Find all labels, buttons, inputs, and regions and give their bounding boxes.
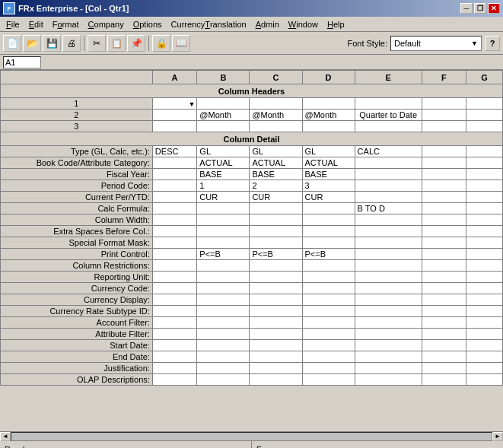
copy-button[interactable]: 📋 [107,35,126,52]
menu-currency-translation[interactable]: Currency Translation [167,17,251,31]
cell-jus-g[interactable] [466,363,503,374]
cell-cp-e[interactable] [355,192,422,203]
cell-cd-e[interactable] [355,294,422,306]
cell-sf-f[interactable] [422,237,466,249]
help-button[interactable]: ? [485,36,500,51]
horizontal-scrollbar[interactable]: ◄ ► [0,431,503,440]
cell-cf-g[interactable] [466,203,503,214]
cell-af-f[interactable] [422,317,466,329]
cell-cp-f[interactable] [422,192,466,203]
cell-cp-a[interactable] [152,192,196,203]
cell-cw-c[interactable] [250,214,302,226]
cell-ed-b[interactable] [197,351,250,363]
cell-olap-d[interactable] [302,374,355,386]
cell-cd-g[interactable] [466,294,503,306]
cell-fy-e[interactable] [355,169,422,180]
cell-a3[interactable] [152,121,196,132]
cell-af-g[interactable] [466,317,503,329]
cell-type-b[interactable]: GL [197,146,250,157]
cell-af-d[interactable] [302,317,355,329]
cell-sf-a[interactable] [152,237,196,249]
cell-cc-a[interactable] [152,283,196,294]
cell-prc-e[interactable] [355,249,422,260]
cell-sd-b[interactable] [197,340,250,351]
cell-type-c[interactable]: GL [250,146,302,157]
cell-reference-input[interactable] [3,56,41,68]
cell-cc-g[interactable] [466,283,503,294]
cell-olap-g[interactable] [466,374,503,386]
cell-prc-d[interactable]: P<=B [302,249,355,260]
cell-es-f[interactable] [422,226,466,237]
menu-options[interactable]: Options [129,17,167,31]
cell-c2[interactable]: @Month [250,110,302,121]
paste-button[interactable]: 📌 [127,35,145,52]
cell-es-a[interactable] [152,226,196,237]
new-button[interactable]: 📄 [3,35,21,52]
cell-cp-b[interactable]: CUR [197,192,250,203]
cell-olap-e[interactable] [355,374,422,386]
cell-type-f[interactable] [422,146,466,157]
cell-pc-f[interactable] [422,180,466,192]
cell-olap-f[interactable] [422,374,466,386]
cell-ru-f[interactable] [422,272,466,283]
cell-cd-a[interactable] [152,294,196,306]
cell-b2[interactable]: @Month [197,110,250,121]
cell-a1[interactable]: ▼ [152,98,196,110]
cell-pc-e[interactable] [355,180,422,192]
menu-company[interactable]: Company [84,17,129,31]
cell-sd-c[interactable] [250,340,302,351]
cell-af-a[interactable] [152,317,196,329]
cell-cf-c[interactable] [250,203,302,214]
cell-af-e[interactable] [355,317,422,329]
cell-ru-b[interactable] [197,272,250,283]
cell-fy-g[interactable] [466,169,503,180]
cell-cr-e[interactable] [355,260,422,272]
cut-button[interactable]: ✂ [88,35,106,52]
cell-fy-c[interactable]: BASE [250,169,302,180]
cell-cr-f[interactable] [422,260,466,272]
cell-b1[interactable] [197,98,250,110]
close-button[interactable]: ✕ [488,3,500,14]
scroll-track[interactable] [11,432,492,441]
cell-crs-e[interactable] [355,306,422,317]
cell-cc-b[interactable] [197,283,250,294]
cell-prc-g[interactable] [466,249,503,260]
cell-es-c[interactable] [250,226,302,237]
cell-jus-b[interactable] [197,363,250,374]
cell-cr-a[interactable] [152,260,196,272]
cell-crs-f[interactable] [422,306,466,317]
cell-af-c[interactable] [250,317,302,329]
cell-ed-f[interactable] [422,351,466,363]
menu-format[interactable]: Format [48,17,84,31]
cell-cf-d[interactable] [302,203,355,214]
cell-atf-g[interactable] [466,329,503,340]
cell-pc-g[interactable] [466,180,503,192]
cell-ru-a[interactable] [152,272,196,283]
cell-olap-a[interactable] [152,374,196,386]
cell-ed-a[interactable] [152,351,196,363]
cell-crs-b[interactable] [197,306,250,317]
cell-bookcode-b[interactable]: ACTUAL [197,157,250,169]
menu-edit[interactable]: Edit [24,17,48,31]
cell-ed-e[interactable] [355,351,422,363]
cell-type-e[interactable]: CALC [355,146,422,157]
cell-prc-a[interactable] [152,249,196,260]
menu-file[interactable]: File [2,17,24,31]
cell-d1[interactable] [302,98,355,110]
cell-cc-d[interactable] [302,283,355,294]
cell-cp-d[interactable]: CUR [302,192,355,203]
cell-sf-d[interactable] [302,237,355,249]
cell-cw-e[interactable] [355,214,422,226]
cell-jus-e[interactable] [355,363,422,374]
cell-sd-e[interactable] [355,340,422,351]
cell-prc-f[interactable] [422,249,466,260]
cell-ed-d[interactable] [302,351,355,363]
cell-cr-d[interactable] [302,260,355,272]
cell-jus-a[interactable] [152,363,196,374]
cell-bookcode-f[interactable] [422,157,466,169]
cell-f3[interactable] [422,121,466,132]
cell-g2[interactable] [466,110,503,121]
cell-prc-c[interactable]: P<=B [250,249,302,260]
lock-button[interactable]: 🔒 [152,35,170,52]
cell-fy-d[interactable]: BASE [302,169,355,180]
